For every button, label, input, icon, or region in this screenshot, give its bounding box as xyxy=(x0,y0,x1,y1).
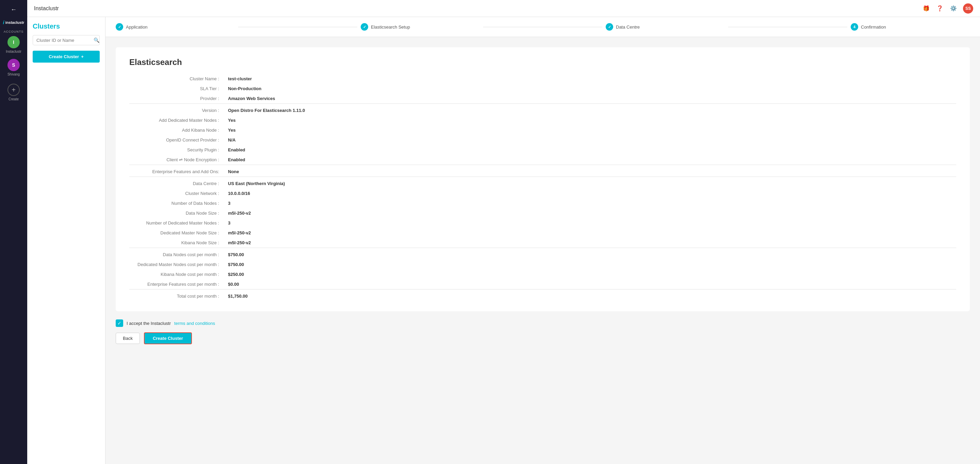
sidebar: ← i instaclustr ACCOUNTS I Instaclustr S… xyxy=(0,0,27,464)
account-label-instaclustr: Instaclustr xyxy=(6,50,21,53)
step-connector-1 xyxy=(238,27,357,27)
row-label: Data Node Size : xyxy=(129,208,224,218)
step-connector-2 xyxy=(483,27,602,27)
table-row: Dedicated Master Node Size : m5l-250-v2 xyxy=(129,228,956,238)
row-label: Version : xyxy=(129,104,224,115)
terms-text: I accept the Instaclustr xyxy=(127,321,171,326)
table-row: Dedicated Master Nodes cost per month : … xyxy=(129,259,956,269)
step-icon-data-centre: ✓ xyxy=(606,23,613,30)
row-value: 3 xyxy=(224,198,956,208)
table-row: SLA Tier : Non-Production xyxy=(129,84,956,94)
row-label: Total cost per month : xyxy=(129,289,224,301)
table-row: Cluster Network : 10.0.0.0/16 xyxy=(129,189,956,198)
row-value: m5l-250-v2 xyxy=(224,228,956,238)
row-value: m5l-250-v2 xyxy=(224,208,956,218)
table-row: Enterprise Features and Add Ons: None xyxy=(129,165,956,177)
step-connector-3 xyxy=(728,27,847,27)
wizard-steps: ✓ Application ✓ Elasticsearch Setup ✓ Da… xyxy=(105,17,980,37)
create-cluster-button[interactable]: Create Cluster + xyxy=(33,51,100,63)
row-value: 3 xyxy=(224,218,956,228)
row-value: 10.0.0.0/16 xyxy=(224,189,956,198)
table-row: Enterprise Features cost per month : $0.… xyxy=(129,279,956,289)
row-value: Enabled xyxy=(224,145,956,155)
topbar-title: Instaclustr xyxy=(34,5,59,11)
row-label: Client ⇌ Node Encryption : xyxy=(129,155,224,165)
row-value: US East (Northern Virginia) xyxy=(224,177,956,189)
row-value: test-cluster xyxy=(224,74,956,84)
account-avatar-instaclustr[interactable]: I xyxy=(8,36,20,48)
row-label: Number of Dedicated Master Nodes : xyxy=(129,218,224,228)
table-row: Provider : Amazon Web Services xyxy=(129,94,956,104)
search-icon[interactable]: 🔍 xyxy=(94,37,99,43)
step-icon-es-setup: ✓ xyxy=(361,23,368,30)
table-row: Data Node Size : m5l-250-v2 xyxy=(129,208,956,218)
row-label: Kibana Node cost per month : xyxy=(129,269,224,279)
step-data-centre: ✓ Data Centre xyxy=(606,23,725,30)
plus-icon: + xyxy=(81,54,84,59)
search-input[interactable] xyxy=(37,38,94,43)
table-row: Data Nodes cost per month : $750.00 xyxy=(129,248,956,259)
step-label-confirmation: Confirmation xyxy=(861,24,886,30)
create-cluster-submit-button[interactable]: Create Cluster xyxy=(144,332,192,344)
table-row: Kibana Node cost per month : $250.00 xyxy=(129,269,956,279)
row-value: Enabled xyxy=(224,155,956,165)
topbar: Instaclustr 🎁 ❓ ⚙️ SS xyxy=(27,0,980,17)
row-value: Non-Production xyxy=(224,84,956,94)
row-value: m5l-250-v2 xyxy=(224,238,956,248)
row-value: Open Distro For Elasticsearch 1.11.0 xyxy=(224,104,956,115)
row-label: Dedicated Master Nodes cost per month : xyxy=(129,259,224,269)
add-account-button[interactable]: + xyxy=(8,84,20,96)
table-row: OpenID Connect Provider : N/A xyxy=(129,135,956,145)
clusters-title: Clusters xyxy=(33,22,100,30)
step-icon-confirmation: 4 xyxy=(851,23,858,30)
confirmation-card: Elasticsearch Cluster Name : test-cluste… xyxy=(116,47,970,311)
logo-text: instaclustr xyxy=(5,21,24,24)
row-label: SLA Tier : xyxy=(129,84,224,94)
row-label: Cluster Network : xyxy=(129,189,224,198)
table-row: Security Plugin : Enabled xyxy=(129,145,956,155)
step-label-application: Application xyxy=(126,24,148,30)
table-row: Number of Dedicated Master Nodes : 3 xyxy=(129,218,956,228)
row-value: $750.00 xyxy=(224,259,956,269)
row-value: None xyxy=(224,165,956,177)
step-icon-application: ✓ xyxy=(116,23,123,30)
step-application: ✓ Application xyxy=(116,23,235,30)
row-label: Enterprise Features and Add Ons: xyxy=(129,165,224,177)
back-button[interactable]: Back xyxy=(116,333,140,344)
account-label-shivang: Shivang xyxy=(8,73,20,76)
row-label: Cluster Name : xyxy=(129,74,224,84)
row-value: Amazon Web Services xyxy=(224,94,956,104)
row-label: Provider : xyxy=(129,94,224,104)
table-row: Version : Open Distro For Elasticsearch … xyxy=(129,104,956,115)
table-row: Cluster Name : test-cluster xyxy=(129,74,956,84)
terms-checkbox[interactable]: ✓ xyxy=(116,319,123,327)
row-value: N/A xyxy=(224,135,956,145)
gift-icon[interactable]: 🎁 xyxy=(922,5,930,13)
action-row: Back Create Cluster xyxy=(116,332,970,344)
user-avatar[interactable]: SS xyxy=(963,3,973,14)
create-cluster-label: Create Cluster xyxy=(49,54,79,59)
main-content: Elasticsearch Cluster Name : test-cluste… xyxy=(105,37,980,464)
row-label: Number of Data Nodes : xyxy=(129,198,224,208)
step-label-es-setup: Elasticsearch Setup xyxy=(371,24,410,30)
row-value: Yes xyxy=(224,115,956,125)
terms-link[interactable]: terms and conditions xyxy=(174,321,215,326)
row-value: $0.00 xyxy=(224,279,956,289)
row-value: $250.00 xyxy=(224,269,956,279)
table-row: Client ⇌ Node Encryption : Enabled xyxy=(129,155,956,165)
row-label: OpenID Connect Provider : xyxy=(129,135,224,145)
sidebar-toggle[interactable]: ← xyxy=(8,3,19,16)
row-value: Yes xyxy=(224,125,956,135)
clusters-panel: Clusters 🔍 Create Cluster + xyxy=(27,17,105,464)
step-label-data-centre: Data Centre xyxy=(616,24,640,30)
table-row: Add Kibana Node : Yes xyxy=(129,125,956,135)
row-label: Add Kibana Node : xyxy=(129,125,224,135)
account-avatar-shivang[interactable]: S xyxy=(8,59,20,71)
table-row: Data Centre : US East (Northern Virginia… xyxy=(129,177,956,189)
help-icon[interactable]: ❓ xyxy=(936,5,944,13)
terms-row: ✓ I accept the Instaclustr terms and con… xyxy=(116,319,970,327)
row-label: Data Nodes cost per month : xyxy=(129,248,224,259)
search-box: 🔍 xyxy=(33,35,100,45)
settings-icon[interactable]: ⚙️ xyxy=(950,5,958,13)
add-account-label: Create xyxy=(8,97,19,101)
